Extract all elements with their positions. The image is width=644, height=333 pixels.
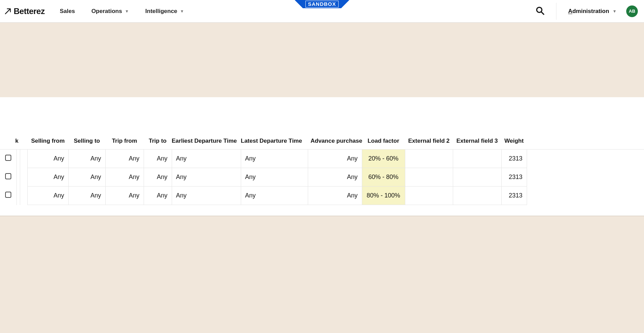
svg-line-1	[541, 12, 544, 14]
cell-latest-departure[interactable]: Any	[241, 187, 308, 205]
row-checkbox-cell	[0, 150, 16, 168]
row-checkbox[interactable]	[5, 155, 11, 161]
cell-selling-to[interactable]: Any	[68, 168, 105, 187]
table-row[interactable]: AnyAnyAnyAnyAnyAnyAny60% - 80%2313	[0, 168, 644, 187]
cell-external-field-2[interactable]	[405, 187, 453, 205]
divider	[556, 3, 556, 20]
cell-external-field-3[interactable]	[453, 150, 501, 168]
col-earliest-departure[interactable]: Earliest Departure Time	[172, 134, 241, 150]
sandbox-label: SANDBOX	[305, 1, 338, 8]
cell-trip-to[interactable]: Any	[144, 168, 172, 187]
cell-advance-purchase[interactable]: Any	[308, 187, 362, 205]
cell-weight[interactable]: 2313	[501, 168, 527, 187]
row-stub2	[20, 187, 27, 205]
nav-administration[interactable]: Administration ▼	[568, 8, 617, 15]
chevron-down-icon: ▼	[180, 9, 184, 14]
row-stub2	[20, 150, 27, 168]
col-selling-from[interactable]: Selling from	[27, 134, 68, 150]
table-row[interactable]: AnyAnyAnyAnyAnyAnyAny80% - 100%2313	[0, 187, 644, 205]
cell-weight[interactable]: 2313	[501, 187, 527, 205]
chevron-down-icon: ▼	[613, 9, 617, 14]
cell-advance-purchase[interactable]: Any	[308, 150, 362, 168]
svg-point-0	[537, 7, 542, 12]
cell-earliest-departure[interactable]: Any	[172, 168, 241, 187]
cell-external-field-2[interactable]	[405, 168, 453, 187]
row-pad	[527, 187, 644, 205]
content-section: k Selling from Selling to Trip from Trip…	[0, 97, 644, 216]
chevron-down-icon: ▼	[125, 9, 129, 14]
content-gap	[0, 97, 644, 134]
cell-trip-from[interactable]: Any	[105, 150, 144, 168]
row-pad	[527, 150, 644, 168]
cell-selling-from[interactable]: Any	[27, 168, 68, 187]
row-stub	[16, 187, 20, 205]
search-icon[interactable]	[536, 6, 544, 16]
avatar[interactable]: AB	[626, 5, 638, 17]
nav-sales[interactable]: Sales	[60, 8, 75, 15]
nav-intelligence[interactable]: Intelligence ▼	[145, 8, 184, 15]
cell-trip-from[interactable]: Any	[105, 187, 144, 205]
row-checkbox-cell	[0, 168, 16, 187]
footer-band	[0, 216, 644, 333]
row-stub2	[20, 168, 27, 187]
rules-table-wrap: k Selling from Selling to Trip from Trip…	[0, 134, 644, 205]
avatar-initials: AB	[629, 9, 635, 14]
col-blank	[20, 134, 27, 150]
nav-operations[interactable]: Operations ▼	[91, 8, 129, 15]
nav-administration-label: Administration	[568, 8, 609, 15]
brand-logo[interactable]: Betterez	[4, 7, 45, 16]
col-partial: k	[0, 134, 20, 150]
col-advance-purchase[interactable]: Advance purchase	[308, 134, 362, 150]
cell-trip-to[interactable]: Any	[144, 187, 172, 205]
cell-selling-to[interactable]: Any	[68, 150, 105, 168]
nav-sales-label: Sales	[60, 8, 75, 15]
cell-weight[interactable]: 2313	[501, 150, 527, 168]
col-trip-from[interactable]: Trip from	[105, 134, 144, 150]
cell-trip-to[interactable]: Any	[144, 150, 172, 168]
cell-load-factor[interactable]: 60% - 80%	[362, 168, 405, 187]
col-load-factor[interactable]: Load factor	[362, 134, 405, 150]
table-header-row: k Selling from Selling to Trip from Trip…	[0, 134, 644, 150]
cell-latest-departure[interactable]: Any	[241, 168, 308, 187]
header-right: Administration ▼ AB	[536, 3, 638, 20]
nav-intelligence-label: Intelligence	[145, 8, 178, 15]
nav-operations-label: Operations	[91, 8, 122, 15]
cell-selling-to[interactable]: Any	[68, 187, 105, 205]
table-footer-gap	[0, 205, 644, 216]
cell-earliest-departure[interactable]: Any	[172, 187, 241, 205]
cell-load-factor[interactable]: 20% - 60%	[362, 150, 405, 168]
cell-advance-purchase[interactable]: Any	[308, 168, 362, 187]
table-row[interactable]: AnyAnyAnyAnyAnyAnyAny20% - 60%2313	[0, 150, 644, 168]
cell-external-field-3[interactable]	[453, 187, 501, 205]
brand-name: Betterez	[14, 7, 45, 16]
col-selling-to[interactable]: Selling to	[68, 134, 105, 150]
col-external-field-3[interactable]: External field 3	[453, 134, 501, 150]
cell-earliest-departure[interactable]: Any	[172, 150, 241, 168]
cell-trip-from[interactable]: Any	[105, 168, 144, 187]
cell-selling-from[interactable]: Any	[27, 150, 68, 168]
cell-load-factor[interactable]: 80% - 100%	[362, 187, 405, 205]
cell-external-field-3[interactable]	[453, 168, 501, 187]
rules-table: k Selling from Selling to Trip from Trip…	[0, 134, 644, 205]
col-latest-departure[interactable]: Latest Departure Time	[241, 134, 308, 150]
sandbox-badge: SANDBOX	[295, 0, 350, 8]
cell-latest-departure[interactable]: Any	[241, 150, 308, 168]
col-pad	[527, 134, 644, 150]
table-body: AnyAnyAnyAnyAnyAnyAny20% - 60%2313AnyAny…	[0, 150, 644, 205]
top-header: Betterez Sales Operations ▼ Intelligence…	[0, 0, 644, 23]
cell-selling-from[interactable]: Any	[27, 187, 68, 205]
row-stub	[16, 150, 20, 168]
logo-arrow-icon	[4, 8, 12, 15]
cell-external-field-2[interactable]	[405, 150, 453, 168]
hero-band	[0, 23, 644, 97]
col-weight[interactable]: Weight	[501, 134, 527, 150]
col-external-field-2[interactable]: External field 2	[405, 134, 453, 150]
main-nav: Sales Operations ▼ Intelligence ▼	[60, 8, 184, 15]
col-trip-to[interactable]: Trip to	[144, 134, 172, 150]
row-checkbox[interactable]	[5, 173, 11, 179]
row-checkbox[interactable]	[5, 192, 11, 198]
row-stub	[16, 168, 20, 187]
row-checkbox-cell	[0, 187, 16, 205]
row-pad	[527, 168, 644, 187]
